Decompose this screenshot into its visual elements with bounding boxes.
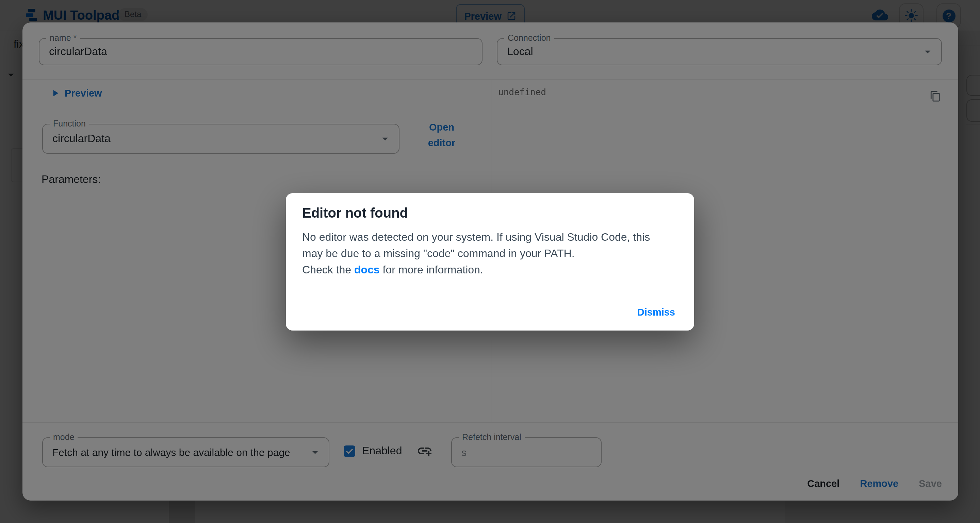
dismiss-button[interactable]: Dismiss [632, 303, 681, 322]
screen: MUI Toolpad Beta Preview [0, 0, 980, 523]
dialog-body-line2: may be due to a missing "code" command i… [302, 247, 575, 259]
dialog-body-line1: No editor was detected on your system. I… [302, 231, 650, 243]
dialog-body-line3-prefix: Check the [302, 264, 354, 276]
docs-link[interactable]: docs [354, 264, 380, 276]
dialog-body-line3-suffix: for more information. [380, 264, 483, 276]
dialog-title: Editor not found [302, 202, 408, 224]
dialog-body: No editor was detected on your system. I… [302, 229, 678, 278]
editor-not-found-dialog: Editor not found No editor was detected … [286, 193, 694, 331]
